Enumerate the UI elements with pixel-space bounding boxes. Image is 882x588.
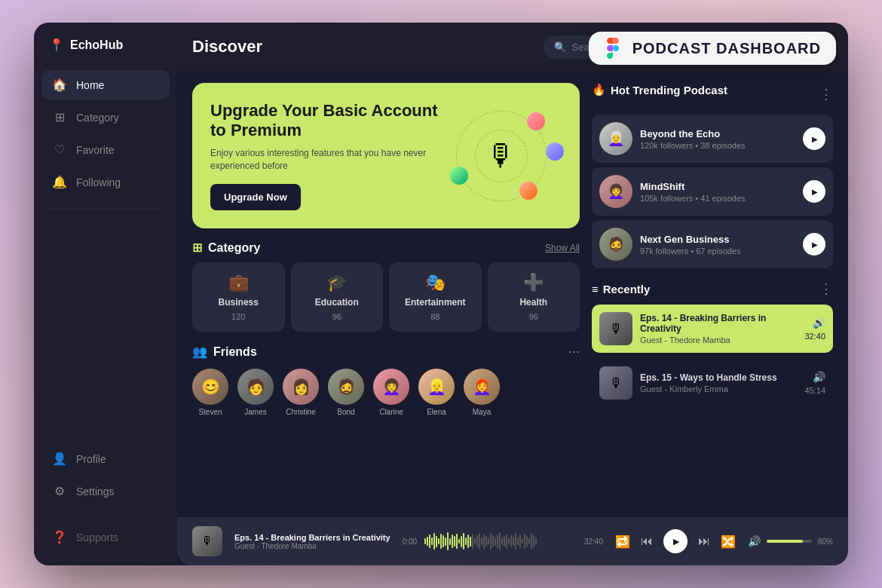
friend-avatar-clarine: 👩‍🦱 <box>373 369 409 405</box>
friend-name-bond: Bond <box>337 408 354 416</box>
friend-name-maya: Maya <box>473 408 491 416</box>
friend-steven[interactable]: 😊 Steven <box>192 369 228 416</box>
friends-list: 😊 Steven 🧑 James 👩 Christine 🧔 <box>192 369 580 416</box>
trending-meta-0: 120k followers • 38 episodes <box>640 141 795 150</box>
repeat-icon[interactable]: 🔁 <box>615 534 630 549</box>
volume-percentage: 80% <box>818 537 833 546</box>
trending-info-1: MindShift 105k followers • 41 episodes <box>640 181 795 203</box>
trending-item-1[interactable]: 👩‍🦱 MindShift 105k followers • 41 episod… <box>592 167 833 216</box>
entertainment-count: 88 <box>430 312 439 321</box>
banner-visual: 🎙 <box>441 103 562 209</box>
volume-section: 🔊 80% <box>748 535 833 547</box>
trending-info-2: Next Gen Business 97k followers • 67 epi… <box>640 234 795 256</box>
friend-name-christine: Christine <box>286 408 315 416</box>
category-card-health[interactable]: ➕ Health 96 <box>488 262 580 332</box>
sidebar-item-following-label: Following <box>76 176 121 188</box>
profile-icon: 👤 <box>52 452 67 466</box>
following-icon: 🔔 <box>52 175 67 189</box>
business-label: Business <box>219 297 259 308</box>
left-panel: Upgrade Your Basic Account to Premium En… <box>192 83 580 505</box>
favorite-icon: ♡ <box>52 142 67 157</box>
next-icon[interactable]: ⏭ <box>698 534 710 548</box>
trending-play-0[interactable]: ▶ <box>803 127 825 150</box>
friend-james[interactable]: 🧑 James <box>237 369 274 416</box>
friend-clarine[interactable]: 👩‍🦱 Clarine <box>373 369 409 416</box>
sidebar-item-category[interactable]: ⊞ Category <box>41 103 170 132</box>
recently-section: ≡ Recently ⋮ 🎙 Eps. 14 - Breaking Barrie… <box>592 280 833 505</box>
upgrade-button[interactable]: Upgrade Now <box>210 184 301 210</box>
friend-name-clarine: Clarine <box>379 408 403 416</box>
sidebar-item-favorite[interactable]: ♡ Favorite <box>41 135 170 164</box>
recently-icon: ≡ <box>592 283 599 296</box>
education-count: 96 <box>332 312 341 321</box>
shuffle-icon[interactable]: 🔀 <box>721 534 736 549</box>
avatar-float-3 <box>518 180 539 201</box>
volume-icon: 🔊 <box>748 535 761 547</box>
trending-item-2[interactable]: 🧔 Next Gen Business 97k followers • 67 e… <box>592 220 833 268</box>
show-all-link[interactable]: Show All <box>545 243 580 253</box>
sidebar-item-settings[interactable]: ⚙ Settings <box>41 476 170 506</box>
prev-icon[interactable]: ⏮ <box>641 534 653 548</box>
recently-guest-1: Guest - Kimberly Emma <box>640 384 797 394</box>
podcast-badge: PODCAST DASHBOARD <box>589 32 836 65</box>
recently-more-icon[interactable]: ⋮ <box>819 280 833 297</box>
app-container: 📍 EchoHub 🏠 Home ⊞ Category ♡ Favorite 🔔… <box>34 23 848 565</box>
avatar-float-1 <box>525 111 547 132</box>
category-card-entertainment[interactable]: 🎭 Entertainment 88 <box>389 262 482 332</box>
sidebar-item-supports[interactable]: ❓ Supports <box>52 524 159 550</box>
player-current-time: 0:00 <box>403 537 417 546</box>
trending-item-0[interactable]: 👩‍🦳 Beyond the Echo 120k followers • 38 … <box>592 115 833 163</box>
friend-bond[interactable]: 🧔 Bond <box>328 369 364 416</box>
sound-icon-0: 🔊 <box>813 317 825 329</box>
supports-icon: ❓ <box>52 530 67 544</box>
right-panel: 🔥 Hot Trending Podcast ⋮ 👩‍🦳 Beyond the … <box>592 83 833 505</box>
category-grid: 💼 Business 120 🎓 Education 96 🎭 Entertai… <box>192 262 580 332</box>
figma-logo <box>604 38 625 59</box>
entertainment-icon: 🎭 <box>425 273 446 292</box>
trending-list: 👩‍🦳 Beyond the Echo 120k followers • 38 … <box>592 115 833 268</box>
recently-item-1[interactable]: 🎙 Eps. 15 - Ways to Handle Stress Guest … <box>592 359 833 407</box>
friend-elena[interactable]: 👱‍♀️ Elena <box>418 369 455 416</box>
avatar-float-4 <box>449 165 470 186</box>
friends-more-icon[interactable]: ··· <box>568 344 580 360</box>
recently-name-1: Eps. 15 - Ways to Handle Stress <box>640 372 797 383</box>
business-icon: 💼 <box>228 273 249 292</box>
sidebar: 📍 EchoHub 🏠 Home ⊞ Category ♡ Favorite 🔔… <box>34 23 177 565</box>
trending-section: 🔥 Hot Trending Podcast ⋮ 👩‍🦳 Beyond the … <box>592 83 833 268</box>
volume-bar[interactable] <box>767 540 812 543</box>
recently-title: ≡ Recently <box>592 283 650 296</box>
trending-play-2[interactable]: ▶ <box>803 233 825 256</box>
friend-christine[interactable]: 👩 Christine <box>283 369 319 416</box>
mic-emoji: 🎙 <box>486 139 516 173</box>
trending-meta-2: 97k followers • 67 episodes <box>640 247 795 256</box>
player-total-time: 32:40 <box>584 537 603 546</box>
trending-name-1: MindShift <box>640 181 795 192</box>
sidebar-item-following[interactable]: 🔔 Following <box>41 167 170 197</box>
banner-subtitle: Enjoy various interesting features that … <box>210 147 441 173</box>
sidebar-item-profile[interactable]: 👤 Profile <box>41 444 170 473</box>
banner-text: Upgrade Your Basic Account to Premium En… <box>210 101 441 210</box>
waveform[interactable] <box>424 532 577 550</box>
friend-avatar-steven: 😊 <box>192 369 228 405</box>
friend-avatar-james: 🧑 <box>237 369 274 405</box>
category-card-education[interactable]: 🎓 Education 96 <box>291 262 384 332</box>
friend-avatar-bond: 🧔 <box>328 369 364 405</box>
trending-play-1[interactable]: ▶ <box>803 180 825 203</box>
content-area: Upgrade Your Basic Account to Premium En… <box>177 71 848 517</box>
recently-thumb-0: 🎙 <box>599 312 632 345</box>
recently-list: 🎙 Eps. 14 - Breaking Barriers in Creativ… <box>592 305 833 407</box>
sidebar-item-home[interactable]: 🏠 Home <box>41 70 170 100</box>
main-content: Discover 🔍 Hello, Natasya 👩 ▼ Upgrade Yo… <box>177 23 848 565</box>
play-pause-button[interactable]: ▶ <box>663 529 688 553</box>
trending-thumb-1: 👩‍🦱 <box>599 175 632 208</box>
search-icon: 🔍 <box>554 41 566 53</box>
sidebar-nav: 🏠 Home ⊞ Category ♡ Favorite 🔔 Following <box>34 70 177 197</box>
sidebar-item-category-label: Category <box>76 112 119 124</box>
recently-thumb-1: 🎙 <box>599 366 632 400</box>
recently-item-0[interactable]: 🎙 Eps. 14 - Breaking Barriers in Creativ… <box>592 305 833 353</box>
sidebar-supports-label: Supports <box>76 531 118 544</box>
friend-maya[interactable]: 👩‍🦰 Maya <box>464 369 500 416</box>
category-card-business[interactable]: 💼 Business 120 <box>192 262 285 332</box>
friend-avatar-elena: 👱‍♀️ <box>418 369 455 405</box>
trending-more-icon[interactable]: ⋮ <box>819 86 833 103</box>
